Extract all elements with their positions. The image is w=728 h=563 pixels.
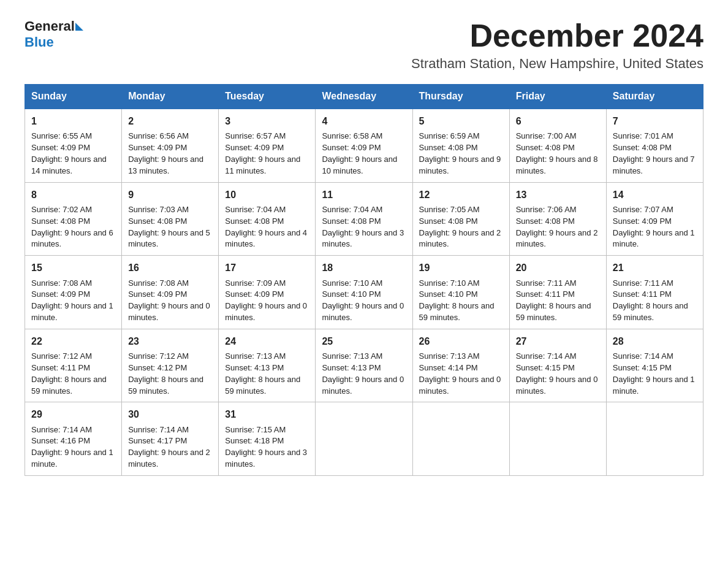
day-number: 12 [419, 188, 503, 202]
calendar-day-cell: 22Sunrise: 7:12 AMSunset: 4:11 PMDayligh… [25, 329, 122, 402]
calendar-day-cell: 10Sunrise: 7:04 AMSunset: 4:08 PMDayligh… [219, 182, 316, 256]
day-info: Sunrise: 7:04 AMSunset: 4:08 PMDaylight:… [225, 205, 307, 249]
calendar-day-cell: 7Sunrise: 7:01 AMSunset: 4:08 PMDaylight… [606, 109, 703, 182]
calendar-header-saturday: Saturday [606, 85, 703, 109]
page-header: General Blue December 2024 Stratham Stat… [25, 18, 703, 72]
day-info: Sunrise: 7:11 AMSunset: 4:11 PMDaylight:… [516, 278, 591, 323]
day-info: Sunrise: 7:01 AMSunset: 4:08 PMDaylight:… [613, 131, 695, 175]
day-info: Sunrise: 7:04 AMSunset: 4:08 PMDaylight:… [322, 205, 404, 249]
day-number: 2 [128, 114, 212, 128]
calendar-day-cell: 30Sunrise: 7:14 AMSunset: 4:17 PMDayligh… [122, 402, 219, 476]
logo-arrow-icon [75, 23, 83, 31]
calendar-header-wednesday: Wednesday [316, 85, 412, 109]
day-info: Sunrise: 7:02 AMSunset: 4:08 PMDaylight:… [31, 205, 113, 249]
day-info: Sunrise: 7:05 AMSunset: 4:08 PMDaylight:… [419, 205, 501, 249]
calendar-day-cell: 14Sunrise: 7:07 AMSunset: 4:09 PMDayligh… [606, 182, 703, 256]
calendar-header-tuesday: Tuesday [219, 85, 316, 109]
calendar-day-cell: 18Sunrise: 7:10 AMSunset: 4:10 PMDayligh… [316, 256, 412, 329]
day-number: 3 [225, 114, 309, 128]
day-info: Sunrise: 7:13 AMSunset: 4:14 PMDaylight:… [419, 351, 501, 396]
calendar-day-cell: 19Sunrise: 7:10 AMSunset: 4:10 PMDayligh… [412, 256, 509, 329]
day-number: 29 [31, 407, 115, 421]
day-info: Sunrise: 6:59 AMSunset: 4:08 PMDaylight:… [419, 131, 501, 175]
calendar-day-cell: 2Sunrise: 6:56 AMSunset: 4:09 PMDaylight… [122, 109, 219, 182]
day-number: 18 [322, 261, 406, 275]
calendar-day-cell: 17Sunrise: 7:09 AMSunset: 4:09 PMDayligh… [219, 256, 316, 329]
logo: General Blue [25, 18, 83, 50]
calendar-day-cell: 12Sunrise: 7:05 AMSunset: 4:08 PMDayligh… [412, 182, 509, 256]
calendar-header-monday: Monday [122, 85, 219, 109]
day-info: Sunrise: 7:14 AMSunset: 4:15 PMDaylight:… [613, 351, 695, 396]
day-info: Sunrise: 7:10 AMSunset: 4:10 PMDaylight:… [322, 278, 404, 323]
day-number: 25 [322, 334, 406, 348]
title-area: December 2024 Stratham Station, New Hamp… [411, 18, 703, 72]
calendar-week-row: 29Sunrise: 7:14 AMSunset: 4:16 PMDayligh… [25, 402, 703, 476]
day-info: Sunrise: 7:07 AMSunset: 4:09 PMDaylight:… [613, 205, 695, 249]
calendar-day-cell: 8Sunrise: 7:02 AMSunset: 4:08 PMDaylight… [25, 182, 122, 256]
calendar-day-cell: 1Sunrise: 6:55 AMSunset: 4:09 PMDaylight… [25, 109, 122, 182]
day-info: Sunrise: 6:58 AMSunset: 4:09 PMDaylight:… [322, 131, 397, 175]
month-title: December 2024 [411, 18, 703, 53]
day-info: Sunrise: 6:57 AMSunset: 4:09 PMDaylight:… [225, 131, 300, 175]
day-number: 24 [225, 334, 309, 348]
calendar-day-cell: 23Sunrise: 7:12 AMSunset: 4:12 PMDayligh… [122, 329, 219, 402]
day-number: 27 [516, 334, 600, 348]
day-number: 14 [613, 188, 697, 202]
day-info: Sunrise: 7:09 AMSunset: 4:09 PMDaylight:… [225, 278, 307, 323]
day-number: 23 [128, 334, 212, 348]
day-info: Sunrise: 7:13 AMSunset: 4:13 PMDaylight:… [322, 351, 404, 396]
logo-blue-text: Blue [25, 34, 54, 50]
calendar-week-row: 8Sunrise: 7:02 AMSunset: 4:08 PMDaylight… [25, 182, 703, 256]
day-info: Sunrise: 7:08 AMSunset: 4:09 PMDaylight:… [31, 278, 113, 323]
day-number: 26 [419, 334, 503, 348]
logo-general-text: General [25, 18, 75, 34]
day-info: Sunrise: 7:08 AMSunset: 4:09 PMDaylight:… [128, 278, 210, 323]
day-number: 13 [516, 188, 600, 202]
calendar-day-cell: 31Sunrise: 7:15 AMSunset: 4:18 PMDayligh… [219, 402, 316, 476]
calendar-day-cell: 25Sunrise: 7:13 AMSunset: 4:13 PMDayligh… [316, 329, 412, 402]
calendar-week-row: 15Sunrise: 7:08 AMSunset: 4:09 PMDayligh… [25, 256, 703, 329]
calendar-day-cell [316, 402, 412, 476]
calendar-day-cell: 4Sunrise: 6:58 AMSunset: 4:09 PMDaylight… [316, 109, 412, 182]
calendar-day-cell: 26Sunrise: 7:13 AMSunset: 4:14 PMDayligh… [412, 329, 509, 402]
day-info: Sunrise: 6:56 AMSunset: 4:09 PMDaylight:… [128, 131, 203, 175]
calendar-day-cell: 28Sunrise: 7:14 AMSunset: 4:15 PMDayligh… [606, 329, 703, 402]
day-number: 5 [419, 114, 503, 128]
day-number: 16 [128, 261, 212, 275]
day-number: 21 [613, 261, 697, 275]
day-number: 19 [419, 261, 503, 275]
day-info: Sunrise: 7:13 AMSunset: 4:13 PMDaylight:… [225, 351, 300, 396]
calendar-day-cell: 15Sunrise: 7:08 AMSunset: 4:09 PMDayligh… [25, 256, 122, 329]
day-number: 17 [225, 261, 309, 275]
calendar-day-cell: 29Sunrise: 7:14 AMSunset: 4:16 PMDayligh… [25, 402, 122, 476]
location-title: Stratham Station, New Hampshire, United … [411, 56, 703, 72]
calendar-day-cell: 9Sunrise: 7:03 AMSunset: 4:08 PMDaylight… [122, 182, 219, 256]
day-number: 15 [31, 261, 115, 275]
calendar-day-cell: 13Sunrise: 7:06 AMSunset: 4:08 PMDayligh… [509, 182, 606, 256]
day-number: 20 [516, 261, 600, 275]
calendar-day-cell: 6Sunrise: 7:00 AMSunset: 4:08 PMDaylight… [509, 109, 606, 182]
calendar-day-cell: 20Sunrise: 7:11 AMSunset: 4:11 PMDayligh… [509, 256, 606, 329]
day-number: 22 [31, 334, 115, 348]
calendar-day-cell: 16Sunrise: 7:08 AMSunset: 4:09 PMDayligh… [122, 256, 219, 329]
day-number: 31 [225, 407, 309, 421]
day-info: Sunrise: 7:12 AMSunset: 4:11 PMDaylight:… [31, 351, 107, 396]
calendar-day-cell: 3Sunrise: 6:57 AMSunset: 4:09 PMDaylight… [219, 109, 316, 182]
calendar-week-row: 1Sunrise: 6:55 AMSunset: 4:09 PMDaylight… [25, 109, 703, 182]
day-info: Sunrise: 7:15 AMSunset: 4:18 PMDaylight:… [225, 425, 307, 469]
calendar-day-cell [509, 402, 606, 476]
day-number: 6 [516, 114, 600, 128]
calendar-day-cell: 5Sunrise: 6:59 AMSunset: 4:08 PMDaylight… [412, 109, 509, 182]
day-info: Sunrise: 7:10 AMSunset: 4:10 PMDaylight:… [419, 278, 495, 323]
day-info: Sunrise: 7:14 AMSunset: 4:15 PMDaylight:… [516, 351, 598, 396]
calendar-table: SundayMondayTuesdayWednesdayThursdayFrid… [25, 84, 703, 476]
day-info: Sunrise: 7:14 AMSunset: 4:16 PMDaylight:… [31, 425, 113, 469]
calendar-day-cell [412, 402, 509, 476]
day-info: Sunrise: 7:03 AMSunset: 4:08 PMDaylight:… [128, 205, 210, 249]
calendar-day-cell: 24Sunrise: 7:13 AMSunset: 4:13 PMDayligh… [219, 329, 316, 402]
day-number: 10 [225, 188, 309, 202]
calendar-day-cell: 27Sunrise: 7:14 AMSunset: 4:15 PMDayligh… [509, 329, 606, 402]
day-info: Sunrise: 7:00 AMSunset: 4:08 PMDaylight:… [516, 131, 598, 175]
calendar-week-row: 22Sunrise: 7:12 AMSunset: 4:11 PMDayligh… [25, 329, 703, 402]
calendar-header-thursday: Thursday [412, 85, 509, 109]
